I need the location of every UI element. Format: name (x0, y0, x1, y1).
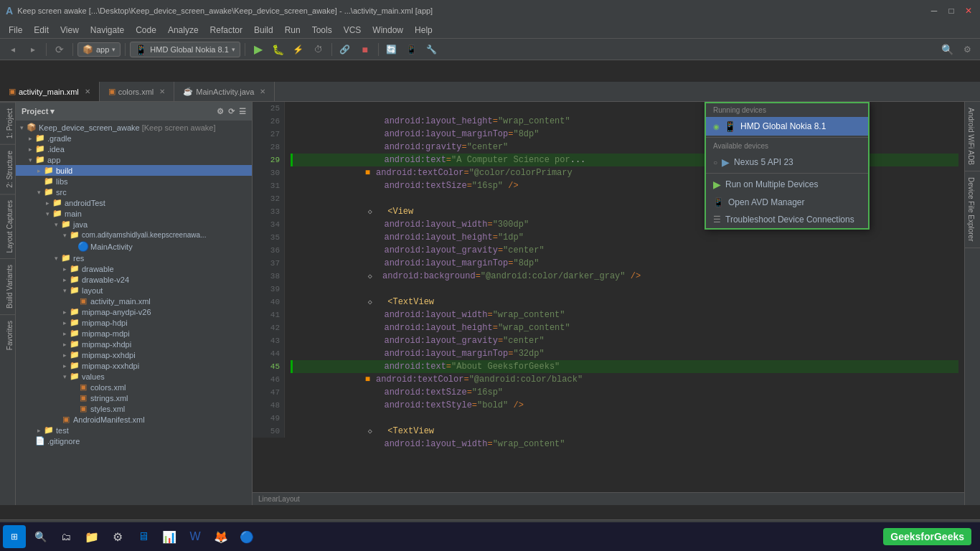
dd-run-multiple-label: Run on Multiple Devices (725, 179, 818, 189)
gradle-sync-button[interactable]: 🔄 (383, 41, 400, 58)
forward-button[interactable]: ▸ (24, 41, 42, 58)
expand-arrow: ▾ (17, 124, 26, 131)
attach-button[interactable]: 🔗 (336, 41, 354, 58)
taskbar-firefox[interactable]: 🦊 (209, 525, 232, 548)
dd-item-nokia[interactable]: ◉ 📱 HMD Global Nokia 8.1 (706, 117, 868, 136)
tree-root[interactable]: ▾ 📦 Keep_device_screen_awake [Keep scree… (16, 122, 252, 133)
tree-mipmap-xxxhdpi[interactable]: ▸ 📁 mipmap-xxxhdpi (16, 360, 252, 371)
taskbar-settings[interactable]: ⚙ (106, 525, 129, 548)
menu-navigate[interactable]: Navigate (85, 24, 130, 37)
tree-libs[interactable]: 📁 libs (16, 176, 252, 187)
tree-gradle[interactable]: ▸ 📁 .gradle (16, 133, 252, 143)
run-button[interactable]: ▶ (250, 41, 267, 58)
project-sync-icon[interactable]: ⟳ (228, 107, 235, 116)
tree-activity-main-xml[interactable]: ▣ activity_main.xml (16, 296, 252, 306)
menu-help[interactable]: Help (409, 24, 438, 37)
sidebar-item-build-variants[interactable]: Build Variants (0, 258, 16, 314)
tree-colors-xml[interactable]: ▣ colors.xml (16, 382, 252, 392)
tree-mipmap-hdpi[interactable]: ▸ 📁 mipmap-hdpi (16, 317, 252, 328)
tree-mipmap-xxhdpi[interactable]: ▸ 📁 mipmap-xxhdpi (16, 349, 252, 360)
dd-item-run-multiple[interactable]: ▶ Run on Multiple Devices (706, 175, 868, 194)
sdk-button[interactable]: 🔧 (423, 41, 440, 58)
tree-manifest[interactable]: ▣ AndroidManifest.xml (16, 414, 252, 425)
maximize-button[interactable]: □ (946, 5, 957, 17)
tree-layout[interactable]: ▾ 📁 layout (16, 285, 252, 296)
menu-refactor[interactable]: Refactor (204, 24, 248, 37)
tree-values[interactable]: ▾ 📁 values (16, 371, 252, 382)
menu-build[interactable]: Build (248, 24, 279, 37)
search-button[interactable]: 🔍 (938, 41, 956, 58)
device-selector-button[interactable]: 📱 HMD Global Nokia 8.1 ▾ (130, 42, 240, 57)
project-settings-icon[interactable]: ☰ (239, 107, 246, 116)
menu-tools[interactable]: Tools (306, 24, 338, 37)
tree-build[interactable]: ▸ 📁 build (16, 165, 252, 176)
taskbar-search[interactable]: 🔍 (29, 525, 52, 548)
tree-label: MainActivity (90, 242, 133, 251)
taskbar-cmd[interactable]: 🖥 (132, 525, 155, 548)
tree-src[interactable]: ▾ 📁 src (16, 187, 252, 197)
line-num-37: 37 (257, 257, 280, 270)
tree-res[interactable]: ▾ 📁 res (16, 253, 252, 263)
sidebar-item-wifi-adb[interactable]: Android WiFi ADB (965, 102, 981, 171)
tree-mipmap-mdpi[interactable]: ▸ 📁 mipmap-mdpi (16, 328, 252, 339)
tree-package[interactable]: ▾ 📁 com.adityamshidlyali.keepscreenawa..… (16, 230, 252, 240)
menu-window[interactable]: Window (367, 24, 409, 37)
menu-edit[interactable]: Edit (28, 24, 55, 37)
dd-item-troubleshoot[interactable]: ☰ Troubleshoot Device Connections (706, 211, 868, 228)
project-gear-icon[interactable]: ⚙ (217, 107, 224, 116)
tree-drawable[interactable]: ▸ 📁 drawable (16, 263, 252, 274)
menu-vcs[interactable]: VCS (338, 24, 367, 37)
sidebar-item-favorites[interactable]: Favorites (0, 314, 16, 356)
sidebar-item-structure[interactable]: 2: Structure (0, 144, 16, 194)
stop-button[interactable]: ■ (357, 41, 374, 58)
sync-button[interactable]: ⟳ (51, 41, 68, 58)
tree-app[interactable]: ▾ 📁 app (16, 154, 252, 165)
taskbar-word[interactable]: W (184, 525, 207, 548)
tab-close-main-activity[interactable]: ✕ (260, 88, 265, 95)
debug-button[interactable]: 🐛 (270, 41, 287, 58)
tab-bar: ▣ activity_main.xml ✕ ▣ colors.xml ✕ ☕ M… (0, 82, 980, 102)
tree-mipmap-xhdpi[interactable]: ▸ 📁 mipmap-xhdpi (16, 339, 252, 349)
tab-colors[interactable]: ▣ colors.xml ✕ (100, 82, 175, 101)
menu-file[interactable]: File (3, 24, 28, 37)
menu-view[interactable]: View (55, 24, 85, 37)
app-module-selector[interactable]: 📦 app ▾ (77, 42, 121, 57)
taskbar-explorer[interactable]: 📁 (80, 525, 103, 548)
tab-main-activity[interactable]: ☕ MainActivity.java ✕ (174, 82, 275, 101)
coverage-button[interactable]: ⚡ (290, 41, 307, 58)
tree-idea[interactable]: ▸ 📁 .idea (16, 143, 252, 154)
sidebar-item-layout-captures[interactable]: Layout Captures (0, 194, 16, 258)
tree-styles-xml[interactable]: ▣ styles.xml (16, 403, 252, 414)
sidebar-item-device-explorer[interactable]: Device File Explorer (965, 171, 981, 248)
sidebar-item-project[interactable]: 1: Project (0, 102, 16, 144)
dd-item-avd-manager[interactable]: 📱 Open AVD Manager (706, 194, 868, 211)
tree-mipmap-anydpi[interactable]: ▸ 📁 mipmap-anydpi-v26 (16, 306, 252, 317)
tab-activity-main[interactable]: ▣ activity_main.xml ✕ (0, 82, 100, 101)
tree-test[interactable]: ▸ 📁 test (16, 425, 252, 435)
menu-run[interactable]: Run (279, 24, 306, 37)
tree-java[interactable]: ▾ 📁 java (16, 219, 252, 230)
close-button[interactable]: ✕ (963, 5, 974, 17)
avd-button[interactable]: 📱 (403, 41, 420, 58)
start-button[interactable]: ⊞ (3, 525, 26, 548)
taskbar-excel[interactable]: 📊 (158, 525, 181, 548)
minimize-button[interactable]: ─ (928, 5, 940, 17)
tree-main[interactable]: ▾ 📁 main (16, 208, 252, 219)
tab-close-activity-main[interactable]: ✕ (85, 88, 90, 95)
tree-strings-xml[interactable]: ▣ strings.xml (16, 392, 252, 403)
menu-code[interactable]: Code (130, 24, 162, 37)
tree-mainactivity[interactable]: 🔵 MainActivity (16, 240, 252, 253)
tree-gitignore[interactable]: 📄 .gitignore (16, 435, 252, 446)
dd-item-nexus[interactable]: ○ ▶ Nexus 5 API 23 (706, 153, 868, 171)
tree-androidtest[interactable]: ▸ 📁 androidTest (16, 197, 252, 208)
tree-drawable-v24[interactable]: ▸ 📁 drawable-v24 (16, 274, 252, 285)
project-panel: Project ▾ ⚙ ⟳ ☰ ▾ 📦 Keep_device_screen_a… (16, 102, 253, 505)
tab-close-colors[interactable]: ✕ (159, 88, 165, 95)
settings-button[interactable]: ⚙ (958, 41, 976, 58)
folder-icon: 📁 (43, 166, 55, 175)
profile-button[interactable]: ⏱ (310, 41, 327, 58)
taskbar-android-studio[interactable]: 🔵 (235, 525, 258, 548)
menu-analyze[interactable]: Analyze (162, 24, 204, 37)
taskbar-task-view[interactable]: 🗂 (55, 525, 77, 548)
back-button[interactable]: ◂ (4, 41, 22, 58)
